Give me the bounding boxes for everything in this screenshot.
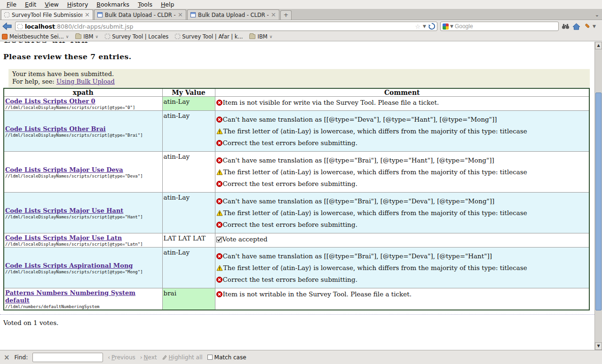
- binoculars-icon[interactable]: [562, 23, 570, 30]
- url-bar[interactable]: localhost:8080/cldr-apps/submit.jsp ☆ ▼: [15, 22, 437, 31]
- warning-icon: [216, 169, 223, 175]
- my-value-cell: atin-Lay: [162, 193, 215, 233]
- bookmark-most-visited[interactable]: Meistbesuchte Sei... ∨: [2, 33, 69, 40]
- comment-text: Vote accepted: [222, 235, 268, 243]
- xpath-link[interactable]: Code Lists Scripts Aspirational Mong: [5, 262, 133, 269]
- page-viewport: Locales an lan Please review these 7 ent…: [0, 42, 594, 350]
- find-bar: × Find: ‹Previous ›Next Highlight all Ma…: [0, 350, 602, 364]
- my-value-cell: LAT LAT LAT: [162, 233, 215, 248]
- my-value-cell: atin-Lay: [162, 111, 215, 152]
- tab-bulk-data-upload-1[interactable]: Bulk Data Upload - CLDR - Un... ✕: [94, 9, 186, 20]
- toolbar-overflow-chevron-icon[interactable]: ▼: [593, 24, 596, 29]
- search-engine-dropdown-icon[interactable]: ▼: [450, 24, 453, 29]
- match-case-checkbox[interactable]: Match case: [207, 354, 246, 361]
- most-visited-icon: [2, 34, 8, 39]
- xpath-link[interactable]: Code Lists Scripts Major Use Latn: [5, 234, 122, 241]
- back-button[interactable]: [2, 22, 12, 31]
- review-table: xpath My Value Comment Code Lists Script…: [3, 88, 590, 310]
- find-input[interactable]: [32, 353, 103, 362]
- menu-bookmarks[interactable]: Bookmarks: [93, 0, 133, 8]
- tab-surveytool-file-submission[interactable]: SurveyTool File Submission | ... ✕: [1, 9, 93, 20]
- comment-text: Item is not visible for write via the Su…: [223, 99, 439, 106]
- error-icon: [216, 198, 222, 204]
- my-value-cell: brai: [162, 288, 215, 310]
- bookmark-star-icon[interactable]: ☆: [415, 23, 420, 30]
- xpath-link[interactable]: Code Lists Scripts Major Use Deva: [5, 166, 123, 173]
- tab-close-icon[interactable]: ✕: [178, 13, 183, 17]
- find-next-button[interactable]: ›Next: [140, 354, 157, 361]
- blank-favicon-icon: [175, 34, 180, 39]
- comment-text: Item is not writable in the Survey Tool.…: [223, 290, 412, 298]
- xpath-link[interactable]: Code Lists Scripts Other Brai: [5, 125, 106, 132]
- xpath-link[interactable]: Code Lists Scripts Other 0: [5, 98, 95, 105]
- search-input[interactable]: [455, 23, 556, 30]
- error-icon: [216, 222, 222, 228]
- find-previous-button[interactable]: ‹Previous: [108, 354, 135, 361]
- tab-bulk-data-upload-2[interactable]: Bulk Data Upload - CLDR - Un... ✕: [187, 9, 279, 20]
- highlight-all-button[interactable]: Highlight all: [162, 354, 203, 361]
- vote-summary: Voted on 1 votes.: [3, 319, 594, 326]
- bookmark-folder-ibm-1[interactable]: IBM ∨: [75, 33, 98, 40]
- search-bar[interactable]: ▼: [440, 22, 559, 31]
- menu-bar: File Edit View History Bookmarks Tools H…: [0, 0, 602, 9]
- tab-title: Bulk Data Upload - CLDR - Un...: [198, 12, 269, 18]
- col-comment: Comment: [215, 88, 589, 97]
- notice-line2: For help, see: Using Bulk Upload: [12, 78, 586, 85]
- check-icon: [216, 237, 222, 242]
- error-icon: [216, 140, 222, 146]
- comment-text: Can't have same translation as [[@type="…: [223, 197, 495, 205]
- error-icon: [216, 157, 222, 163]
- comment-text: The first letter of ⟨atin-Lay⟩ is lowerc…: [223, 209, 527, 217]
- xpath-string: //ldml/localeDisplayNames/scripts/script…: [5, 242, 161, 247]
- tab-title: SurveyTool File Submission | ...: [12, 12, 82, 18]
- table-row: Code Lists Scripts Major Use Latn //ldml…: [4, 233, 589, 248]
- comment-text: Can't have same translation as [[@type="…: [223, 156, 494, 164]
- xpath-link[interactable]: Patterns Numbers Numbering System defaul…: [5, 289, 135, 304]
- using-bulk-upload-link[interactable]: Using Bulk Upload: [56, 78, 115, 85]
- scrollbar-thumb[interactable]: [595, 93, 602, 310]
- page-title: Please review these 7 entries.: [3, 52, 594, 61]
- scroll-down-icon[interactable]: ▼: [595, 342, 602, 350]
- navigation-toolbar: localhost:8080/cldr-apps/submit.jsp ☆ ▼ …: [0, 21, 602, 32]
- table-row: Code Lists Scripts Major Use Hant //ldml…: [4, 193, 589, 233]
- my-value-cell: atin-Lay: [162, 152, 215, 193]
- warning-icon: [216, 210, 223, 216]
- table-row: Code Lists Scripts Aspirational Mong //l…: [4, 248, 589, 288]
- folder-icon: [249, 34, 255, 39]
- xpath-string: //ldml/localeDisplayNames/scripts/script…: [5, 215, 161, 219]
- reload-icon[interactable]: [428, 23, 435, 30]
- url-dropdown-icon[interactable]: ▼: [423, 24, 426, 29]
- blank-favicon-icon: [105, 34, 110, 39]
- error-icon: [216, 100, 222, 106]
- folder-icon: [75, 34, 81, 39]
- vertical-scrollbar[interactable]: ▲ ▼: [594, 42, 602, 350]
- site-favicon-icon: [17, 24, 23, 29]
- new-tab-button[interactable]: +: [280, 10, 292, 20]
- table-header-row: xpath My Value Comment: [4, 88, 589, 97]
- find-label: Find:: [15, 354, 28, 361]
- scroll-up-icon[interactable]: ▲: [595, 42, 602, 49]
- google-engine-icon[interactable]: [443, 23, 449, 30]
- menu-file[interactable]: File: [3, 0, 20, 8]
- close-icon[interactable]: ×: [4, 353, 10, 362]
- error-icon: [216, 181, 222, 187]
- menu-help[interactable]: Help: [157, 0, 178, 8]
- table-row: Code Lists Scripts Other Brai //ldml/loc…: [4, 111, 589, 152]
- menu-edit[interactable]: Edit: [21, 0, 40, 8]
- bookmark-folder-ibm-2[interactable]: IBM ∨: [249, 33, 272, 40]
- xpath-string: //ldml/localeDisplayNames/scripts/script…: [5, 133, 161, 138]
- menu-view[interactable]: View: [41, 0, 63, 8]
- bookmark-survey-tool-locales[interactable]: Survey Tool | Locales: [105, 33, 168, 40]
- tab-list-chevron-icon[interactable]: ⌄: [595, 12, 599, 18]
- home-icon[interactable]: [572, 23, 580, 30]
- error-icon: [216, 116, 222, 123]
- menu-tools[interactable]: Tools: [134, 0, 156, 8]
- bookmark-survey-tool-afar[interactable]: Survey Tool | Afar | k...: [175, 33, 243, 40]
- xpath-link[interactable]: Code Lists Scripts Major Use Hant: [5, 207, 123, 214]
- menu-history[interactable]: History: [63, 0, 92, 8]
- quick-tool-icon[interactable]: [583, 23, 590, 30]
- tab-close-icon[interactable]: ✕: [85, 13, 90, 17]
- tab-close-icon[interactable]: ✕: [271, 13, 276, 17]
- checkbox-icon[interactable]: [207, 355, 213, 360]
- xpath-string: //ldml/localeDisplayNames/scripts/script…: [5, 174, 161, 178]
